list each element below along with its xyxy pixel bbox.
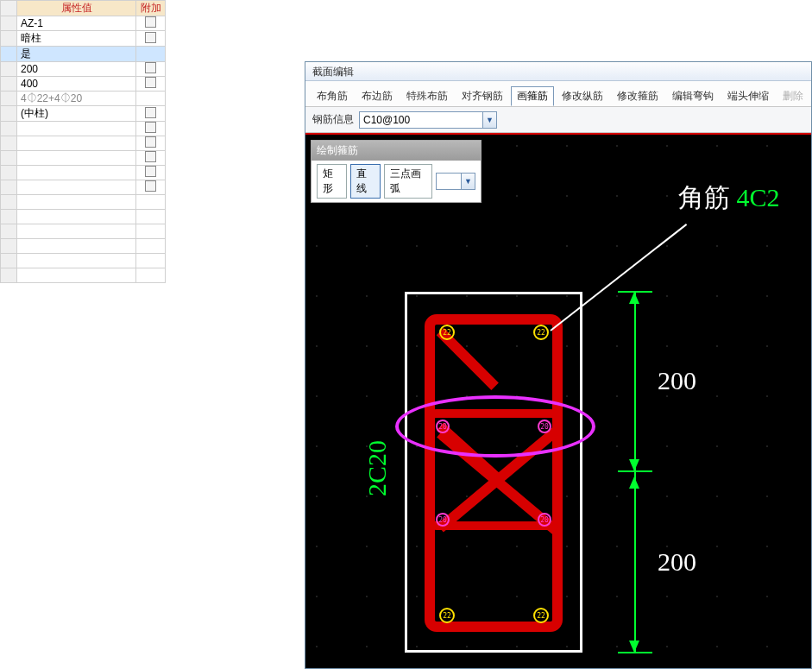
dim-line: [634, 292, 636, 653]
cell-check[interactable]: [136, 180, 166, 195]
cell-check[interactable]: [136, 122, 166, 136]
table-row[interactable]: [1, 136, 166, 151]
cell-value[interactable]: [17, 136, 136, 151]
rebar-corner-tl[interactable]: 22: [439, 325, 455, 340]
checkbox-icon[interactable]: [145, 32, 156, 43]
cell-check[interactable]: [136, 106, 166, 122]
cell-value[interactable]: 400: [17, 77, 136, 92]
tab-画箍筋[interactable]: 画箍筋: [511, 86, 554, 106]
table-row[interactable]: 200: [1, 62, 166, 77]
checkbox-icon[interactable]: [145, 62, 156, 73]
draw-mode-矩形[interactable]: 矩形: [317, 164, 347, 199]
rebar-info-label: 钢筋信息: [312, 112, 354, 127]
table-row[interactable]: 400: [1, 77, 166, 92]
cell-check: [136, 92, 166, 106]
table-row[interactable]: [1, 195, 166, 210]
rebar-mid-br[interactable]: 20: [538, 513, 551, 527]
cell-value[interactable]: 暗柱: [17, 31, 136, 47]
dim-arrow-icon: [629, 641, 639, 653]
table-row[interactable]: AZ-1: [1, 16, 166, 31]
cell-value[interactable]: 4⏀22+4⏀20: [17, 92, 136, 106]
tab-布角筋[interactable]: 布角筋: [311, 86, 354, 106]
table-row[interactable]: 暗柱: [1, 31, 166, 47]
cell-value[interactable]: [17, 224, 136, 239]
draw-mode-三点画弧[interactable]: 三点画弧: [384, 164, 432, 199]
table-row[interactable]: [1, 151, 166, 166]
checkbox-icon[interactable]: [145, 122, 156, 133]
cell-check[interactable]: [136, 77, 166, 92]
cell-value[interactable]: [17, 210, 136, 224]
table-row[interactable]: [1, 239, 166, 254]
cell-value[interactable]: AZ-1: [17, 16, 136, 31]
section-editor-window: 截面编辑 布角筋布边筋特殊布筋对齐钢筋画箍筋修改纵筋修改箍筋编辑弯钩端头伸缩删除…: [305, 61, 812, 669]
cell-value[interactable]: 200: [17, 62, 136, 77]
cell-value[interactable]: [17, 239, 136, 254]
table-row[interactable]: 是: [1, 47, 166, 62]
cell-check[interactable]: [136, 31, 166, 47]
cell-check: [136, 195, 166, 210]
tab-删除: 删除: [777, 86, 809, 106]
table-row[interactable]: [1, 210, 166, 224]
cell-value[interactable]: [17, 151, 136, 166]
cell-value[interactable]: [17, 195, 136, 210]
table-row[interactable]: [1, 224, 166, 239]
checkbox-icon[interactable]: [145, 107, 156, 118]
checkbox-icon[interactable]: [145, 16, 156, 28]
rebar-corner-bl[interactable]: 22: [439, 608, 455, 623]
dim-arrow-icon: [629, 459, 639, 471]
draw-mode-panel: 绘制箍筋 矩形直线三点画弧▼: [311, 140, 482, 203]
corner-rebar-label: 角筋 4C2: [678, 180, 780, 216]
cell-check[interactable]: [136, 16, 166, 31]
table-row[interactable]: [1, 122, 166, 136]
chevron-down-icon[interactable]: ▼: [482, 112, 496, 128]
checkbox-icon[interactable]: [145, 166, 156, 177]
cell-value[interactable]: [17, 122, 136, 136]
tab-编辑弯钩[interactable]: 编辑弯钩: [666, 86, 720, 106]
checkbox-icon[interactable]: [145, 136, 156, 148]
cell-value[interactable]: [17, 268, 136, 283]
tab-修改纵筋[interactable]: 修改纵筋: [556, 86, 609, 106]
checkbox-icon[interactable]: [145, 151, 156, 162]
cell-value[interactable]: [17, 166, 136, 180]
chevron-down-icon[interactable]: ▼: [461, 174, 475, 189]
cell-check: [136, 224, 166, 239]
cell-value[interactable]: [17, 254, 136, 268]
rebar-corner-br[interactable]: 22: [533, 608, 549, 623]
cell-check: [136, 47, 166, 62]
tab-对齐钢筋[interactable]: 对齐钢筋: [456, 86, 509, 106]
property-grid[interactable]: 属性值 附加 AZ-1暗柱是2004004⏀22+4⏀20(中柱): [0, 0, 166, 283]
table-row[interactable]: [1, 166, 166, 180]
table-row[interactable]: 4⏀22+4⏀20: [1, 92, 166, 106]
checkbox-icon[interactable]: [145, 180, 156, 192]
cell-check: [136, 239, 166, 254]
cell-value[interactable]: (中柱): [17, 106, 136, 122]
cell-check[interactable]: [136, 136, 166, 151]
cad-canvas[interactable]: 绘制箍筋 矩形直线三点画弧▼ 22 22 22 22 20 20 20 20 角…: [305, 133, 811, 668]
tab-修改箍筋[interactable]: 修改箍筋: [611, 86, 664, 106]
tab-端头伸缩[interactable]: 端头伸缩: [721, 86, 775, 106]
tab-布边筋[interactable]: 布边筋: [356, 86, 399, 106]
cell-check: [136, 254, 166, 268]
checkbox-icon[interactable]: [145, 77, 156, 88]
cell-value[interactable]: 是: [17, 47, 136, 62]
rebar-corner-tr[interactable]: 22: [533, 325, 549, 340]
cell-check[interactable]: [136, 166, 166, 180]
dim-arrow-icon: [629, 292, 639, 304]
tab-特殊布筋[interactable]: 特殊布筋: [400, 86, 454, 106]
table-row[interactable]: [1, 180, 166, 195]
cell-check: [136, 210, 166, 224]
header-extra: 附加: [136, 1, 166, 16]
cell-check[interactable]: [136, 62, 166, 77]
dim-tick: [618, 470, 652, 472]
rebar-info-combo[interactable]: ▼: [359, 111, 497, 129]
table-row[interactable]: [1, 268, 166, 283]
window-title: 截面编辑: [305, 62, 811, 81]
table-row[interactable]: (中柱): [1, 106, 166, 122]
draw-mode-直线[interactable]: 直线: [350, 164, 381, 199]
draw-mode-extra-combo[interactable]: ▼: [436, 173, 475, 190]
table-row[interactable]: [1, 254, 166, 268]
cell-check[interactable]: [136, 151, 166, 166]
rebar-info-input[interactable]: [360, 112, 482, 128]
cell-value[interactable]: [17, 180, 136, 195]
rebar-mid-bl[interactable]: 20: [436, 513, 450, 527]
